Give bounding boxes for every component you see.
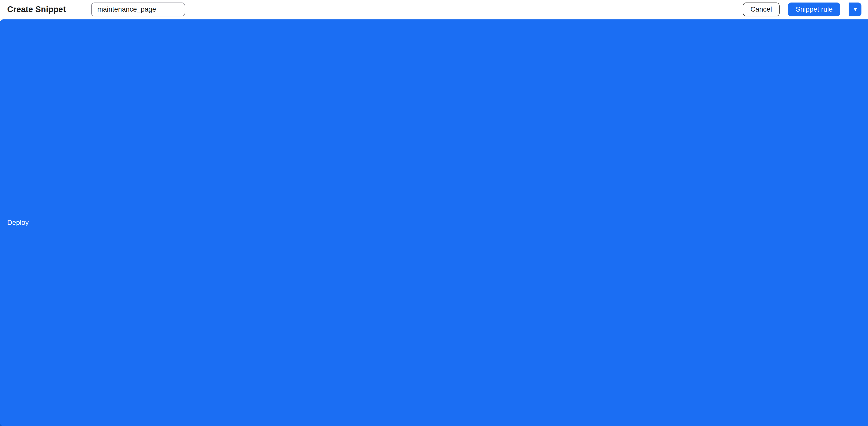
deploy-dropdown-caret[interactable]: ▼ <box>848 2 861 17</box>
snippet-name-input[interactable] <box>91 2 185 17</box>
cancel-button[interactable]: Cancel <box>743 2 780 17</box>
deploy-button[interactable]: Deploy <box>0 20 868 426</box>
deploy-split-button: Deploy ▼ <box>848 2 861 17</box>
snippet-rule-button[interactable]: Snippet rule <box>788 2 840 17</box>
top-header: Create Snippet Cancel Snippet rule Deplo… <box>0 0 868 20</box>
header-actions: Cancel Snippet rule Deploy ▼ <box>743 2 862 17</box>
app-window: Create Snippet Cancel Snippet rule Deplo… <box>0 0 868 426</box>
page-title: Create Snippet <box>7 4 66 14</box>
